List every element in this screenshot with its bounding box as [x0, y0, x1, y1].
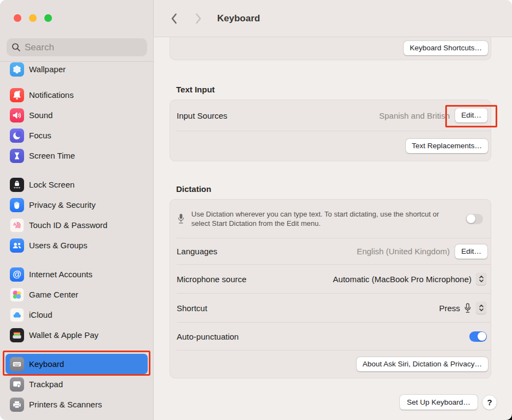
minimize-window-button[interactable] [29, 14, 37, 22]
keyboard-shortcuts-button[interactable]: Keyboard Shortcuts… [404, 41, 488, 55]
screen-time-icon [10, 149, 24, 163]
lock-screen-icon [10, 178, 24, 192]
toggle-knob [467, 214, 475, 223]
microphone-source-value: Automatic (MacBook Pro Microphone) [333, 275, 472, 284]
back-button[interactable] [170, 13, 178, 25]
up-down-chevrons-icon [478, 275, 485, 283]
sidebar-item-label: Touch ID & Password [29, 220, 107, 230]
page-title: Keyboard [217, 13, 260, 24]
languages-edit-button[interactable]: Edit… [455, 244, 487, 259]
wallpaper-icon [10, 62, 24, 77]
touch-id-icon [10, 218, 24, 232]
sidebar-item-label: Keyboard [29, 359, 64, 369]
sidebar-group: NotificationsSoundFocusScreen Time [5, 85, 148, 166]
sidebar-item-notifications[interactable]: Notifications [5, 85, 148, 105]
languages-value: English (United Kingdom) [357, 247, 450, 256]
system-settings-window: Search WallpaperNotificationsSoundFocusS… [0, 0, 512, 420]
input-sources-label: Input Sources [177, 111, 228, 120]
help-button[interactable]: ? [482, 395, 497, 410]
sidebar-item-label: Notifications [29, 90, 74, 100]
up-down-chevrons-icon [478, 304, 485, 312]
sidebar-item-trackpad[interactable]: Trackpad [5, 374, 148, 394]
search-placeholder: Search [25, 42, 54, 53]
keyboard-shortcuts-row: Keyboard Shortcuts… [170, 37, 491, 59]
sidebar-item-keyboard[interactable]: Keyboard [5, 354, 148, 374]
users-groups-icon [10, 238, 24, 253]
microphone-source-label: Microphone source [177, 275, 247, 284]
sidebar-item-lock-screen[interactable]: Lock Screen [5, 174, 148, 195]
input-sources-edit-button[interactable]: Edit… [455, 108, 487, 122]
sidebar-item-internet-accounts[interactable]: @Internet Accounts [5, 264, 148, 284]
sidebar-item-sound[interactable]: Sound [5, 105, 148, 125]
shortcut-stepper[interactable] [476, 302, 486, 314]
game-center-icon [10, 288, 24, 302]
sidebar-item-users-groups[interactable]: Users & Groups [5, 235, 148, 255]
settings-sidebar: Search WallpaperNotificationsSoundFocusS… [0, 0, 154, 420]
text-replacements-button[interactable]: Text Replacements… [406, 139, 488, 153]
privacy-security-icon [10, 198, 24, 212]
sidebar-item-wallet-apple-pay[interactable]: Wallet & Apple Pay [5, 325, 148, 345]
sidebar-item-touch-id-password[interactable]: Touch ID & Password [5, 215, 148, 235]
sidebar-list: WallpaperNotificationsSoundFocusScreen T… [0, 62, 153, 420]
input-sources-row: Input Sources Spanish and British Edit… [170, 100, 491, 131]
sidebar-item-label: Internet Accounts [29, 270, 92, 279]
mic-key-icon [464, 303, 472, 313]
sidebar-item-screen-time[interactable]: Screen Time [5, 145, 148, 166]
set-up-keyboard-button[interactable]: Set Up Keyboard… [400, 395, 478, 410]
search-icon [11, 43, 21, 52]
dictation-toggle[interactable] [466, 214, 483, 224]
sidebar-item-wallpaper[interactable]: Wallpaper [5, 62, 148, 79]
about-row: About Ask Siri, Dictation & Privacy… [170, 351, 491, 378]
focus-icon [10, 129, 24, 143]
dictation-description-row: Use Dictation wherever you can type text… [170, 200, 491, 238]
sidebar-item-printers-scanners[interactable]: Printers & Scanners [5, 394, 148, 415]
shortcut-row: Shortcut Press [170, 294, 491, 322]
section-title-dictation: Dictation [176, 184, 491, 194]
search-input[interactable]: Search [7, 38, 147, 56]
chevron-left-icon [170, 13, 178, 25]
sidebar-item-icloud[interactable]: iCloud [5, 305, 148, 325]
dictation-description: Use Dictation wherever you can type text… [191, 209, 452, 228]
about-siri-dictation-privacy-button[interactable]: About Ask Siri, Dictation & Privacy… [357, 357, 488, 371]
text-input-card: Input Sources Spanish and British Edit… … [170, 100, 491, 161]
auto-punctuation-toggle[interactable] [469, 331, 487, 342]
close-window-button[interactable] [14, 14, 21, 22]
sidebar-group: KeyboardTrackpadPrinters & Scanners [5, 354, 148, 415]
sidebar-item-label: iCloud [29, 310, 53, 319]
sidebar-group: @Internet AccountsGame CenteriCloudWalle… [5, 264, 148, 345]
microphone-source-row: Microphone source Automatic (MacBook Pro… [170, 265, 491, 293]
sidebar-item-privacy-security[interactable]: Privacy & Security [5, 195, 148, 215]
footer-actions: Set Up Keyboard… ? [170, 395, 497, 410]
sidebar-item-label: Game Center [29, 290, 78, 299]
settings-content: Keyboard Shortcuts… Text Input Input Sou… [154, 37, 512, 420]
notifications-icon [10, 88, 24, 102]
sidebar-item-label: Wallpaper [29, 65, 66, 74]
settings-main-pane: Keyboard Keyboard Shortcuts… Text Input … [154, 0, 512, 420]
sidebar-item-label: Trackpad [29, 380, 63, 389]
wallet-apple-pay-icon [10, 328, 24, 342]
shortcut-label: Shortcut [177, 304, 207, 313]
sidebar-item-label: Privacy & Security [29, 200, 96, 209]
sidebar-item-focus[interactable]: Focus [5, 125, 148, 145]
shortcut-value: Press [439, 304, 460, 313]
printers-scanners-icon [10, 398, 24, 412]
sound-icon [10, 108, 24, 122]
toggle-knob [478, 332, 486, 341]
dictation-card: Use Dictation wherever you can type text… [170, 199, 491, 378]
sidebar-item-label: Focus [29, 131, 51, 140]
section-title-text-input: Text Input [176, 85, 491, 94]
microphone-source-stepper[interactable] [476, 273, 486, 285]
sidebar-group: Lock ScreenPrivacy & SecurityTouch ID & … [5, 174, 148, 255]
sidebar-header: Search [0, 0, 153, 62]
main-header: Keyboard [154, 0, 512, 37]
sidebar-item-game-center[interactable]: Game Center [5, 284, 148, 305]
sidebar-item-label: Printers & Scanners [29, 400, 102, 409]
window-traffic-lights [14, 14, 52, 22]
microphone-icon [177, 211, 185, 227]
sidebar-item-label: Sound [29, 110, 53, 120]
zoom-window-button[interactable] [44, 14, 52, 22]
keyboard-shortcuts-card: Keyboard Shortcuts… [170, 37, 491, 60]
sidebar-item-label: Lock Screen [29, 180, 74, 189]
internet-accounts-icon: @ [10, 267, 24, 282]
forward-button[interactable] [195, 13, 202, 25]
